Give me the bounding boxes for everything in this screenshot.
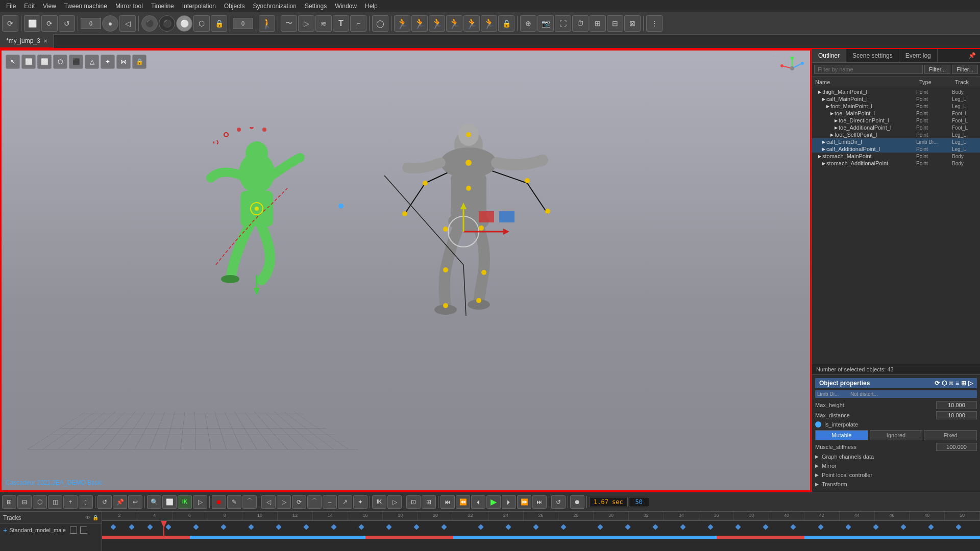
- track-checkbox[interactable]: [70, 527, 77, 534]
- toolbar-transform[interactable]: ⟳: [2, 15, 18, 32]
- anim-frame-btn[interactable]: ⬜: [162, 495, 177, 509]
- toolbar-more[interactable]: ⋮: [646, 15, 663, 32]
- toolbar-run[interactable]: 🏃: [394, 15, 410, 32]
- panel-pin-icon[interactable]: 📌: [964, 49, 980, 62]
- vp-cube-icon[interactable]: ⬡: [53, 55, 67, 69]
- menu-tween[interactable]: Tween machine: [60, 0, 111, 12]
- anim-sel2-btn[interactable]: ✦: [353, 495, 368, 509]
- obj-prop-icon5[interactable]: ⊞: [961, 380, 966, 387]
- anim-tracks-btn[interactable]: ⊟: [17, 495, 32, 509]
- anim-prev-btn[interactable]: ◁: [261, 495, 276, 509]
- obj-prop-icon1[interactable]: ⟳: [935, 380, 940, 387]
- outliner-item-10[interactable]: ▶ stomach_AdditionalPoint Point Body: [812, 160, 980, 167]
- vp-graph-icon[interactable]: ⋈: [116, 55, 131, 69]
- toolbar-select-rect[interactable]: ⬜: [24, 15, 40, 32]
- obj-prop-icon2[interactable]: ⬡: [942, 380, 947, 387]
- vp-wire-icon[interactable]: △: [85, 55, 99, 69]
- menu-timeline[interactable]: Timeline: [147, 0, 178, 12]
- anim-end-btn[interactable]: ⏭: [532, 495, 547, 509]
- menu-file[interactable]: File: [2, 0, 20, 12]
- keyframe-24[interactable]: [763, 524, 768, 530]
- obj-prop-mutable-btn[interactable]: Mutable: [815, 430, 868, 440]
- anim-sel-btn[interactable]: ↗: [338, 495, 352, 509]
- anim-search-btn[interactable]: 🔍: [147, 495, 161, 509]
- keyframe-31[interactable]: [955, 524, 961, 530]
- anim-play-btn[interactable]: ▶: [486, 495, 501, 509]
- frame-counter[interactable]: 50: [629, 497, 649, 507]
- toolbar-value-input[interactable]: [81, 18, 101, 29]
- toolbar-person[interactable]: 🚶: [259, 15, 275, 32]
- outliner-item-1[interactable]: ▶ calf_MainPoint_l Point Leg_L: [812, 95, 980, 103]
- toolbar-select-lasso[interactable]: ⟳: [41, 15, 58, 32]
- keyframe-25[interactable]: [790, 524, 796, 530]
- anim-loop-btn[interactable]: ↺: [97, 495, 112, 509]
- toolbar-cam[interactable]: 📷: [537, 15, 554, 32]
- toolbar-run3[interactable]: 🏃: [429, 15, 445, 32]
- menu-objects[interactable]: Objects: [220, 0, 249, 12]
- toolbar-arrow2[interactable]: ▷: [298, 15, 314, 32]
- anim-next-btn[interactable]: ▷: [277, 495, 291, 509]
- menu-view[interactable]: View: [39, 0, 60, 12]
- toolbar-clock[interactable]: ⏱: [572, 15, 589, 32]
- keyframe-21[interactable]: [680, 524, 685, 530]
- toolbar-T[interactable]: T: [333, 15, 349, 32]
- keyframe-15[interactable]: [505, 524, 511, 530]
- anim-back-btn[interactable]: ⏪: [456, 495, 470, 509]
- obj-prop-maxdist-value[interactable]: [936, 411, 977, 419]
- anim-cam-btn[interactable]: ⬡: [33, 495, 47, 509]
- anim-split-btn[interactable]: ⫿: [79, 495, 93, 509]
- vp-dotbox-icon[interactable]: ⬜: [37, 55, 52, 69]
- toolbar-expand[interactable]: ⛶: [555, 15, 571, 32]
- toolbar-sphere3[interactable]: ⚪: [176, 15, 192, 32]
- keyframe-13[interactable]: [441, 524, 447, 530]
- toolbar-circle2[interactable]: ◯: [372, 15, 388, 32]
- keyframe-3[interactable]: [165, 524, 171, 530]
- tab-close-icon[interactable]: ✕: [43, 38, 47, 44]
- tab-scene-settings[interactable]: Scene settings: [846, 49, 899, 62]
- vp-box-icon[interactable]: ⬜: [21, 55, 36, 69]
- track-row-model[interactable]: + Standard_model_male: [0, 524, 102, 536]
- toolbar-sphere[interactable]: ⚫: [141, 15, 158, 32]
- toolbar-grid2[interactable]: ⊟: [607, 15, 623, 32]
- filter-name-input[interactable]: [814, 65, 923, 74]
- keyframe-5[interactable]: [220, 524, 226, 530]
- anim-ffwd-btn[interactable]: ⏩: [517, 495, 531, 509]
- toolbar-target[interactable]: ⊕: [520, 15, 536, 32]
- tab-myjump3[interactable]: *my_jump_3 ✕: [0, 34, 54, 48]
- obj-prop-maxheight-value[interactable]: [936, 401, 977, 409]
- menu-edit[interactable]: Edit: [20, 0, 39, 12]
- obj-prop-icon4[interactable]: ≡: [955, 380, 959, 387]
- anim-ease2-btn[interactable]: ⌣: [323, 495, 337, 509]
- keyframe-20[interactable]: [652, 524, 658, 530]
- obj-prop-graph-section[interactable]: Graph channels data: [815, 452, 977, 461]
- anim-ease-btn[interactable]: ⌒: [307, 495, 322, 509]
- keyframe-8[interactable]: [303, 524, 309, 530]
- keyframe-28[interactable]: [873, 524, 878, 530]
- anim-step-back-btn[interactable]: ⏴: [471, 495, 485, 509]
- toolbar-wave[interactable]: 〜: [281, 15, 297, 32]
- toolbar-snake[interactable]: ≋: [315, 15, 332, 32]
- track-timeline[interactable]: 2468101214161820222426283032343638404244…: [102, 512, 980, 551]
- anim-curve-btn[interactable]: ⌒: [242, 495, 257, 509]
- menu-mirror[interactable]: Mirror tool: [111, 0, 147, 12]
- toolbar-transform2[interactable]: ↺: [59, 15, 75, 32]
- toolbar-sphere2[interactable]: ⚫: [159, 15, 175, 32]
- filter-btn-2[interactable]: Filter...: [952, 65, 978, 74]
- menu-window[interactable]: Window: [331, 0, 361, 12]
- toolbar-cube[interactable]: ⬡: [193, 15, 210, 32]
- toolbar-bracket[interactable]: ⌐: [350, 15, 366, 32]
- anim-mirror-btn[interactable]: ⊞: [422, 495, 436, 509]
- keyframe-30[interactable]: [928, 524, 934, 530]
- menu-help[interactable]: Help: [361, 0, 382, 12]
- outliner-item-3[interactable]: ▶ toe_MainPoint_l Point Foot_L: [812, 110, 980, 117]
- obj-prop-mirror-section[interactable]: Mirror: [815, 461, 977, 470]
- playhead[interactable]: [163, 521, 164, 539]
- toolbar-run4[interactable]: 🏃: [446, 15, 462, 32]
- anim-add-btn[interactable]: +: [63, 495, 78, 509]
- anim-ik2-btn[interactable]: IK: [372, 495, 386, 509]
- anim-snap-btn[interactable]: ⊡: [406, 495, 421, 509]
- anim-undo-btn[interactable]: ↩: [128, 495, 142, 509]
- toolbar-input2[interactable]: [233, 18, 253, 29]
- anim-record-btn[interactable]: ⏺: [212, 495, 226, 509]
- obj-prop-ignored-btn[interactable]: Ignored: [870, 430, 923, 440]
